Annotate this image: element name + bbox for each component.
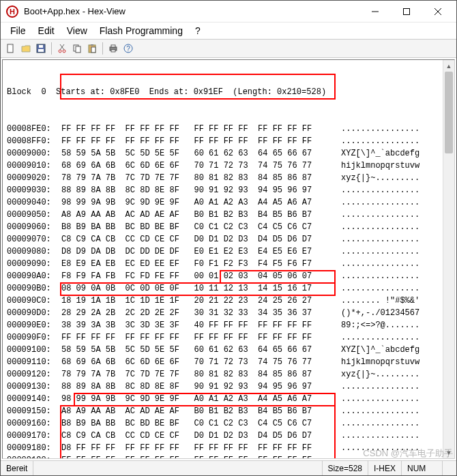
row-bytes[interactable]: A8 A9 AA AB AC AD AE AF B0 B1 B2 B3 B4 B…: [61, 405, 341, 417]
scroll-up-icon[interactable]: ▲: [443, 60, 454, 72]
row-bytes[interactable]: 88 89 8A 8B 8C 8D 8E 8F 90 91 92 93 94 9…: [61, 381, 341, 393]
hex-row[interactable]: 000090C0:18 19 1A 1B 1C 1D 1E 1F 20 21 2…: [7, 295, 450, 307]
hex-row[interactable]: 00008FE0:FF FF FF FF FF FF FF FF FF FF F…: [7, 123, 450, 135]
status-mode: I-HEX: [368, 461, 402, 475]
row-ascii: ................: [341, 331, 450, 344]
save-icon[interactable]: [34, 42, 48, 55]
row-bytes[interactable]: 68 69 6A 6B 6C 6D 6E 6F 70 71 72 73 74 7…: [61, 356, 341, 368]
paste-icon[interactable]: [85, 42, 99, 55]
row-bytes[interactable]: 88 89 8A 8B 8C 8D 8E 8F 90 91 92 93 94 9…: [61, 184, 341, 196]
menu-view[interactable]: View: [61, 24, 93, 38]
row-bytes[interactable]: A8 A9 AA AB AC AD AE AF B0 B1 B2 B3 B4 B…: [61, 209, 341, 221]
row-bytes[interactable]: B8 B9 BA BB BC BD BE BF C0 C1 C2 C3 C4 C…: [61, 417, 341, 430]
row-bytes[interactable]: FF FF FF FF FF FF FF FF FF FF FF FF FF F…: [61, 123, 341, 135]
hex-row[interactable]: 00009090:E8 E9 EA EB EC ED EE EF F0 F1 F…: [7, 258, 450, 270]
row-address: 00009110:: [7, 356, 61, 368]
hex-row[interactable]: 00009120:78 79 7A 7B 7C 7D 7E 7F 80 81 8…: [7, 368, 450, 381]
print-icon[interactable]: [106, 42, 120, 55]
app-icon: H: [6, 5, 18, 18]
hex-row[interactable]: 00009060:B8 B9 BA BB BC BD BE BF C0 C1 C…: [7, 221, 450, 233]
hex-row[interactable]: 00009040:98 99 9A 9B 9C 9D 9E 9F A0 A1 A…: [7, 196, 450, 209]
titlebar: H Boot+App.hex - Hex-View: [1, 1, 456, 23]
row-address: 00009190:: [7, 454, 61, 459]
hex-row[interactable]: 00009100:58 59 5A 5B 5C 5D 5E 5F 60 61 6…: [7, 344, 450, 356]
menu-help[interactable]: ?: [190, 24, 206, 38]
hex-row[interactable]: 000090A0:F8 F9 FA FB FC FD FE FF 00 01 0…: [7, 270, 450, 282]
row-bytes[interactable]: 58 59 5A 5B 5C 5D 5E 5F 60 61 62 63 64 6…: [61, 344, 341, 356]
row-bytes[interactable]: D8 FF FF FF FF FF FF FF FF FF FF FF FF F…: [61, 442, 341, 454]
toolbar: ?: [1, 39, 456, 58]
status-pad: [443, 461, 456, 475]
hex-row[interactable]: 00009130:88 89 8A 8B 8C 8D 8E 8F 90 91 9…: [7, 381, 450, 393]
hex-row[interactable]: 00009170:C8 C9 CA CB CC CD CE CF D0 D1 D…: [7, 430, 450, 442]
row-address: 00009070:: [7, 233, 61, 246]
hex-row[interactable]: 000090D0:28 29 2A 2B 2C 2D 2E 2F 30 31 3…: [7, 307, 450, 319]
row-bytes[interactable]: B8 B9 BA BB BC BD BE BF C0 C1 C2 C3 C4 C…: [61, 221, 341, 233]
row-bytes[interactable]: E8 E9 EA EB EC ED EE EF F0 F1 F2 F3 F4 F…: [61, 258, 341, 270]
row-bytes[interactable]: F8 F9 FA FB FC FD FE FF 00 01 02 03 04 0…: [61, 270, 341, 282]
hex-row[interactable]: 00009180:D8 FF FF FF FF FF FF FF FF FF F…: [7, 442, 450, 454]
row-address: 00009170:: [7, 430, 61, 442]
menu-file[interactable]: File: [5, 24, 31, 38]
cut-icon[interactable]: [55, 42, 69, 55]
hex-row[interactable]: 000090E0:38 39 3A 3B 3C 3D 3E 3F 40 FF F…: [7, 319, 450, 331]
statusbar: Bereit Size=528 I-HEX NUM: [1, 460, 456, 475]
hex-row[interactable]: 00009150:A8 A9 AA AB AC AD AE AF B0 B1 B…: [7, 405, 450, 417]
row-address: 00009130:: [7, 381, 61, 393]
vertical-scrollbar[interactable]: ▲ ▼: [443, 60, 454, 458]
svg-rect-19: [111, 50, 115, 52]
hex-row[interactable]: 00009030:88 89 8A 8B 8C 8D 8E 8F 90 91 9…: [7, 184, 450, 196]
copy-icon[interactable]: [70, 42, 84, 55]
hex-row[interactable]: 00009080:D8 D9 DA DB DC DD DE DF E0 E1 E…: [7, 246, 450, 258]
maximize-button[interactable]: [391, 2, 422, 21]
scroll-down-icon[interactable]: ▼: [443, 447, 454, 458]
row-ascii: ................: [341, 123, 450, 135]
menu-flash-programming[interactable]: Flash Programming: [94, 24, 188, 38]
row-ascii: 89:;<=>?@.......: [341, 319, 450, 331]
row-ascii: ................: [341, 393, 450, 405]
hex-row[interactable]: 00008FF0:FF FF FF FF FF FF FF FF FF FF F…: [7, 135, 450, 147]
close-button[interactable]: [422, 2, 454, 21]
row-ascii: xyz{|}~.........: [341, 368, 450, 381]
row-bytes[interactable]: FF FF FF FF FF FF FF FF FF FF FF FF FF F…: [61, 135, 341, 147]
row-address: 00008FE0:: [7, 123, 61, 135]
row-bytes[interactable]: 98 99 9A 9B 9C 9D 9E 9F A0 A1 A2 A3 A4 A…: [61, 393, 341, 405]
row-bytes[interactable]: 28 29 2A 2B 2C 2D 2E 2F 30 31 32 33 34 3…: [61, 307, 341, 319]
hex-row[interactable]: 00009010:68 69 6A 6B 6C 6D 6E 6F 70 71 7…: [7, 160, 450, 172]
row-bytes[interactable]: FF FF FF FF FF FF FF FF FF FF FF FF FF F…: [61, 454, 341, 459]
row-bytes[interactable]: 38 39 3A 3B 3C 3D 3E 3F 40 FF FF FF FF F…: [61, 319, 341, 331]
row-bytes[interactable]: FF FF FF FF FF FF FF FF FF FF FF FF FF F…: [61, 331, 341, 344]
row-ascii: XYZ[\]^_`abcdefg: [341, 344, 450, 356]
toolbar-separator: [51, 42, 52, 55]
minimize-button[interactable]: [359, 2, 391, 21]
hex-row[interactable]: 00009160:B8 B9 BA BB BC BD BE BF C0 C1 C…: [7, 417, 450, 430]
new-icon[interactable]: [4, 42, 18, 55]
row-bytes[interactable]: 58 59 5A 5B 5C 5D 5E 5F 60 61 62 63 64 6…: [61, 147, 341, 160]
hex-row[interactable]: 00009190:FF FF FF FF FF FF FF FF FF FF F…: [7, 454, 450, 459]
menu-edit[interactable]: Edit: [33, 24, 60, 38]
row-bytes[interactable]: 18 19 1A 1B 1C 1D 1E 1F 20 21 22 23 24 2…: [61, 295, 341, 307]
row-bytes[interactable]: 08 09 0A 0B 0C 0D 0E 0F 10 11 12 13 14 1…: [61, 282, 341, 295]
hex-row[interactable]: 00009000:58 59 5A 5B 5C 5D 5E 5F 60 61 6…: [7, 147, 450, 160]
hex-row[interactable]: 00009140:98 99 9A 9B 9C 9D 9E 9F A0 A1 A…: [7, 393, 450, 405]
row-address: 00009020:: [7, 172, 61, 184]
open-icon[interactable]: [19, 42, 33, 55]
hex-row[interactable]: 000090F0:FF FF FF FF FF FF FF FF FF FF F…: [7, 331, 450, 344]
row-ascii: hijklmnopqrstuvw: [341, 160, 450, 172]
scroll-thumb[interactable]: [445, 72, 453, 153]
hex-row[interactable]: 00009050:A8 A9 AA AB AC AD AE AF B0 B1 B…: [7, 209, 450, 221]
row-ascii: hijklmnopqrstuvw: [341, 356, 450, 368]
hex-view[interactable]: Block 0 Starts at: 0x8FE0 Ends at: 0x91E…: [2, 59, 455, 459]
hex-row[interactable]: 00009020:78 79 7A 7B 7C 7D 7E 7F 80 81 8…: [7, 172, 450, 184]
row-bytes[interactable]: 78 79 7A 7B 7C 7D 7E 7F 80 81 82 83 84 8…: [61, 172, 341, 184]
row-bytes[interactable]: C8 C9 CA CB CC CD CE CF D0 D1 D2 D3 D4 D…: [61, 430, 341, 442]
about-icon[interactable]: ?: [121, 42, 135, 55]
row-bytes[interactable]: C8 C9 CA CB CC CD CE CF D0 D1 D2 D3 D4 D…: [61, 233, 341, 246]
row-bytes[interactable]: 78 79 7A 7B 7C 7D 7E 7F 80 81 82 83 84 8…: [61, 368, 341, 381]
row-bytes[interactable]: D8 D9 DA DB DC DD DE DF E0 E1 E2 E3 E4 E…: [61, 246, 341, 258]
row-bytes[interactable]: 68 69 6A 6B 6C 6D 6E 6F 70 71 72 73 74 7…: [61, 160, 341, 172]
hex-row[interactable]: 00009110:68 69 6A 6B 6C 6D 6E 6F 70 71 7…: [7, 356, 450, 368]
row-bytes[interactable]: 98 99 9A 9B 9C 9D 9E 9F A0 A1 A2 A3 A4 A…: [61, 196, 341, 209]
hex-row[interactable]: 000090B0:08 09 0A 0B 0C 0D 0E 0F 10 11 1…: [7, 282, 450, 295]
hex-row[interactable]: 00009070:C8 C9 CA CB CC CD CE CF D0 D1 D…: [7, 233, 450, 246]
